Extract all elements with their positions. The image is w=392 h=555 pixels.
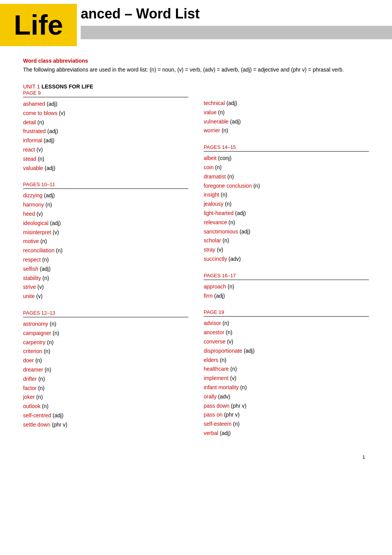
- list-item: reconciliation (n): [23, 246, 188, 255]
- list-item: ancestor (n): [204, 328, 369, 337]
- list-item: light-hearted (adj): [204, 209, 369, 218]
- list-item: self-esteem (n): [204, 420, 369, 429]
- list-item: detail (n): [23, 118, 188, 127]
- section-header-page19: PAGE 19: [204, 309, 369, 317]
- word-list-pages14-15: albeit (conj) coin (n) dramatist (n) for…: [204, 154, 369, 264]
- list-item: respect (n): [23, 255, 188, 265]
- list-item: harmony (n): [23, 200, 188, 210]
- list-item: dramatist (n): [204, 172, 369, 182]
- right-column: technical (adj) value (n) vulnerable (ad…: [204, 83, 369, 447]
- list-item: motive (n): [23, 237, 188, 246]
- word-list-page9: ashamed (adj) come to blows (v) detail (…: [23, 100, 188, 173]
- list-item: converse (v): [204, 337, 369, 347]
- list-item: come to blows (v): [23, 109, 188, 118]
- list-item: pass on (phr v): [204, 410, 369, 420]
- list-item: settle down (phr v): [23, 420, 188, 430]
- section-header-pages12-13: PAGES 12–13: [23, 310, 188, 317]
- page-label-12-13: PAGES 12–13: [23, 310, 55, 316]
- word-list-pages16-17: approach (n) firm (adj): [204, 282, 369, 301]
- header-title: anced – Word List: [81, 4, 392, 22]
- section-pages16-17: PAGES 16–17 approach (n) firm (adj): [204, 272, 369, 301]
- list-item: relevance (n): [204, 218, 369, 227]
- section-pages10-11: PAGES 10–11 dizzying (adj) harmony (n) h…: [23, 181, 188, 301]
- section-unit1-page9: UNIT 1 LESSONS FOR LIFE PAGE 9 ashamed (…: [23, 83, 188, 173]
- list-item: foregone conclusion (n): [204, 182, 369, 191]
- abbreviations-text: The following abbreviations are used in …: [23, 66, 369, 74]
- list-item: campaigner (n): [23, 329, 188, 338]
- list-item: verbal (adj): [204, 429, 369, 438]
- section-page19: PAGE 19 advisor (n) ancestor (n) convers…: [204, 309, 369, 438]
- left-column: UNIT 1 LESSONS FOR LIFE PAGE 9 ashamed (…: [23, 83, 188, 447]
- page-number: 1: [23, 454, 369, 460]
- list-item: worrier (n): [204, 126, 369, 135]
- page-label-10-11: PAGES 10–11: [23, 182, 55, 187]
- list-item: healthcare (n): [204, 365, 369, 374]
- list-item: insight (n): [204, 190, 369, 200]
- list-item: stead (n): [23, 155, 188, 164]
- list-item: ashamed (adj): [23, 100, 188, 109]
- list-item: self-centred (adj): [23, 411, 188, 420]
- logo-text: Life: [14, 9, 63, 41]
- word-list-columns: UNIT 1 LESSONS FOR LIFE PAGE 9 ashamed (…: [23, 83, 369, 447]
- list-item: approach (n): [204, 282, 369, 292]
- list-item: factor (n): [23, 384, 188, 393]
- section-header-pages14-15: PAGES 14–15: [204, 144, 369, 152]
- list-item: heed (v): [23, 210, 188, 219]
- abbreviations-title: Word class abbreviations: [23, 58, 369, 64]
- list-item: astronomy (n): [23, 320, 188, 329]
- list-item: carpentry (n): [23, 338, 188, 347]
- list-item: strive (v): [23, 283, 188, 292]
- list-item: implement (v): [204, 374, 369, 383]
- list-item: orally (adv): [204, 392, 369, 402]
- list-item: joker (n): [23, 393, 188, 402]
- main-content: Word class abbreviations The following a…: [0, 46, 392, 475]
- section-header-pages10-11: PAGES 10–11: [23, 181, 188, 189]
- section-pages12-13-cont: technical (adj) value (n) vulnerable (ad…: [204, 99, 369, 135]
- page-label-9: PAGE 9: [23, 90, 41, 96]
- page-label-14-15: PAGES 14–15: [204, 144, 236, 150]
- section-pages12-13: PAGES 12–13 astronomy (n) campaigner (n)…: [23, 310, 188, 430]
- list-item: stability (n): [23, 274, 188, 283]
- list-item: infant mortality (n): [204, 383, 369, 392]
- abbreviations-section: Word class abbreviations The following a…: [23, 58, 369, 74]
- list-item: selfish (adj): [23, 265, 188, 274]
- section-header-pages16-17: PAGES 16–17: [204, 272, 369, 280]
- list-item: stray (v): [204, 245, 369, 255]
- list-item: dizzying (adj): [23, 191, 188, 200]
- list-item: valuable (adj): [23, 164, 188, 173]
- word-list-pages12-13-cont: technical (adj) value (n) vulnerable (ad…: [204, 99, 369, 135]
- logo-block: Life: [0, 4, 77, 46]
- list-item: disproportionate (adj): [204, 347, 369, 356]
- section-header-unit1: UNIT 1 LESSONS FOR LIFE PAGE 9: [23, 83, 188, 97]
- list-item: misinterpret (v): [23, 228, 188, 237]
- list-item: informal (adj): [23, 136, 188, 145]
- word-list-pages10-11: dizzying (adj) harmony (n) heed (v) ideo…: [23, 191, 188, 301]
- list-item: vulnerable (adj): [204, 117, 369, 127]
- page-label-19: PAGE 19: [204, 309, 224, 315]
- list-item: ideological (adj): [23, 219, 188, 228]
- list-item: albeit (conj): [204, 154, 369, 163]
- page-label-16-17: PAGES 16–17: [204, 273, 236, 278]
- list-item: jealousy (n): [204, 200, 369, 209]
- list-item: technical (adj): [204, 99, 369, 108]
- list-item: outlook (n): [23, 402, 188, 411]
- list-item: advisor (n): [204, 319, 369, 328]
- list-item: criterion (n): [23, 347, 188, 356]
- word-list-page19: advisor (n) ancestor (n) converse (v) di…: [204, 319, 369, 438]
- list-item: dreamer (n): [23, 365, 188, 375]
- word-list-pages12-13: astronomy (n) campaigner (n) carpentry (…: [23, 320, 188, 430]
- list-item: elders (n): [204, 356, 369, 365]
- page-header: Life anced – Word List: [0, 0, 392, 46]
- section-pages14-15: PAGES 14–15 albeit (conj) coin (n) drama…: [204, 144, 369, 264]
- list-item: drifter (n): [23, 375, 188, 384]
- list-item: unite (v): [23, 292, 188, 301]
- list-item: succinctly (adv): [204, 255, 369, 264]
- list-item: frustrated (adj): [23, 127, 188, 136]
- list-item: coin (n): [204, 163, 369, 172]
- list-item: firm (adj): [204, 292, 369, 301]
- list-item: pass down (phr v): [204, 402, 369, 411]
- list-item: react (v): [23, 145, 188, 155]
- list-item: doer (n): [23, 356, 188, 365]
- list-item: sanctimonious (adj): [204, 227, 369, 237]
- unit-label: UNIT 1 LESSONS FOR LIFE: [23, 83, 93, 90]
